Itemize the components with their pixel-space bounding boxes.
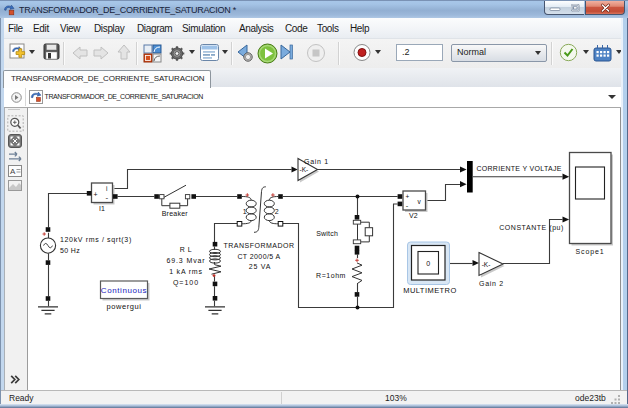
svg-text:120kV rms / sqrt(3): 120kV rms / sqrt(3) [60,236,132,244]
svg-text:50 Hz: 50 Hz [60,247,80,254]
svg-text:Breaker: Breaker [162,210,189,217]
svg-text:1 kA rms: 1 kA rms [169,268,203,275]
svg-text:-: - [106,193,109,202]
svg-text:R L: R L [180,246,193,253]
svg-text:-K-: -K- [300,166,309,173]
svg-text:Continuous: Continuous [101,286,147,295]
svg-text:powergui: powergui [107,302,142,311]
svg-text:CORRIENTE Y VOLTAJE: CORRIENTE Y VOLTAJE [476,165,561,172]
svg-text:Gain 2: Gain 2 [479,280,504,287]
svg-text:1: 1 [243,208,247,215]
svg-text:CT 2000/5 A: CT 2000/5 A [237,253,280,260]
svg-text:Switch: Switch [316,230,338,237]
svg-text:V2: V2 [409,212,418,219]
svg-text:25 VA: 25 VA [249,263,272,270]
svg-text:+: + [405,193,409,200]
svg-text:I1: I1 [99,205,105,212]
svg-text:69.3 Mvar: 69.3 Mvar [166,257,205,264]
svg-text:i: i [106,185,107,192]
svg-text:0: 0 [426,260,430,267]
svg-text:TRANSFORMADOR: TRANSFORMADOR [223,242,294,249]
svg-text:MULTIMETRO: MULTIMETRO [403,286,457,295]
svg-text:A: A [10,167,16,176]
svg-text:R=1ohm: R=1ohm [316,272,346,279]
svg-text:Scope1: Scope1 [576,248,605,256]
svg-text:2: 2 [275,208,279,215]
svg-text:Q=100: Q=100 [173,279,199,287]
svg-text:CONSTANTE (pu): CONSTANTE (pu) [499,224,564,232]
svg-text:Gain 1: Gain 1 [304,158,329,165]
svg-text:-K-: -K- [482,261,491,268]
svg-text:+: + [94,191,98,198]
